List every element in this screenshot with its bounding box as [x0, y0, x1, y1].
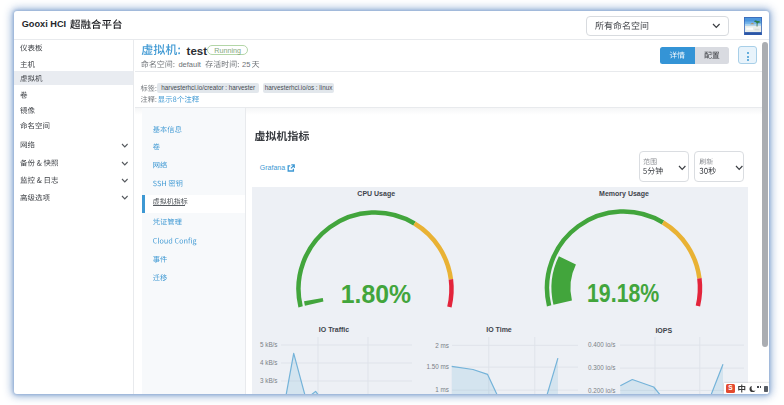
svg-text:1 ms: 1 ms [435, 386, 449, 393]
svg-text:0.200 io/s: 0.200 io/s [588, 387, 615, 394]
svg-text:0.300 io/s: 0.300 io/s [588, 364, 615, 371]
svg-text:CPU Usage: CPU Usage [357, 190, 395, 198]
svg-text:IOPS: IOPS [655, 327, 672, 334]
svg-text:Memory Usage: Memory Usage [599, 190, 649, 198]
svg-text:0.400 io/s: 0.400 io/s [588, 341, 615, 348]
svg-text:5 kB/s: 5 kB/s [260, 341, 278, 348]
svg-text:1.80%: 1.80% [341, 279, 411, 309]
svg-text:4 kB/s: 4 kB/s [260, 359, 278, 366]
svg-text:IO Time: IO Time [486, 326, 512, 333]
svg-text:3 kB/s: 3 kB/s [260, 377, 278, 384]
svg-text:IO Traffic: IO Traffic [319, 326, 349, 333]
svg-text:1.50 ms: 1.50 ms [427, 363, 449, 370]
svg-text:2 ms: 2 ms [435, 342, 449, 349]
svg-text:19.18%: 19.18% [587, 278, 659, 308]
